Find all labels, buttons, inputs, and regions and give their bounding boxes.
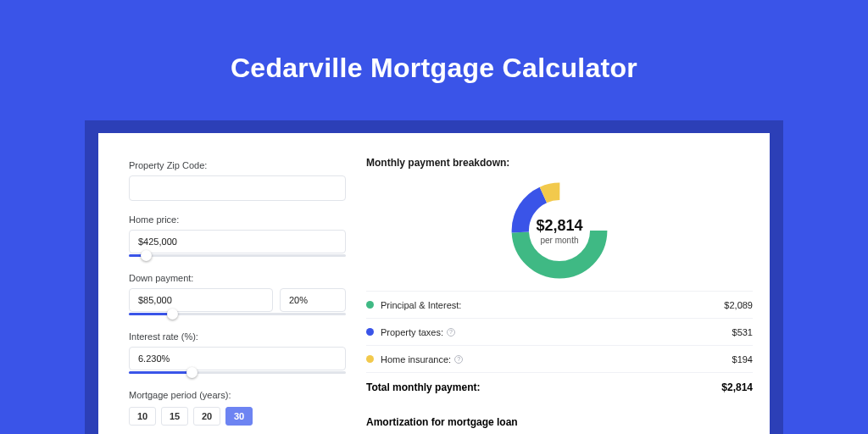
home-price-label: Home price: <box>129 214 346 225</box>
page-title: Cedarville Mortgage Calculator <box>0 0 868 84</box>
dot-pt-icon <box>366 328 374 336</box>
period-option-30[interactable]: 30 <box>225 407 253 426</box>
period-option-15[interactable]: 15 <box>161 407 188 426</box>
donut-chart: $2,814 per month <box>366 175 753 286</box>
down-payment-label: Down payment: <box>129 273 346 283</box>
interest-rate-label: Interest rate (%): <box>129 331 346 342</box>
info-icon[interactable]: ? <box>447 328 455 337</box>
donut-center: $2,814 per month <box>536 217 582 245</box>
total-value: $2,814 <box>721 381 753 393</box>
interest-rate-input[interactable] <box>129 347 346 370</box>
dot-hi-icon <box>366 355 374 363</box>
legend-row-hi: Home insurance: ? $194 <box>366 345 753 372</box>
total-label: Total monthly payment: <box>366 381 480 393</box>
down-payment-slider[interactable] <box>129 311 346 323</box>
interest-rate-slider[interactable] <box>129 370 346 381</box>
amortization-section: Amortization for mortgage loan Amortizat… <box>366 416 753 434</box>
dot-pi-icon <box>366 301 374 309</box>
total-row: Total monthly payment: $2,814 <box>366 372 753 401</box>
period-option-10[interactable]: 10 <box>129 407 156 426</box>
home-price-input[interactable] <box>129 230 346 253</box>
zip-label: Property Zip Code: <box>129 160 346 170</box>
breakdown-title: Monthly payment breakdown: <box>366 157 753 169</box>
legend-val-pt: $531 <box>732 327 753 337</box>
legend-label-hi: Home insurance: <box>381 354 451 364</box>
period-option-20[interactable]: 20 <box>193 407 220 426</box>
zip-input[interactable] <box>129 175 346 201</box>
legend-label-pt: Property taxes: <box>381 327 443 337</box>
breakdown-column: Monthly payment breakdown: $2,814 per mo… <box>366 157 753 434</box>
down-payment-amount-input[interactable] <box>129 288 273 312</box>
legend-val-pi: $2,089 <box>724 300 753 310</box>
calculator-card: Property Zip Code: Home price: Down paym… <box>98 133 770 434</box>
donut-amount: $2,814 <box>536 217 582 235</box>
period-label: Mortgage period (years): <box>129 390 346 400</box>
info-icon[interactable]: ? <box>454 355 463 364</box>
inputs-column: Property Zip Code: Home price: Down paym… <box>129 157 346 434</box>
amortization-title: Amortization for mortgage loan <box>366 416 753 428</box>
home-price-slider[interactable] <box>129 253 346 264</box>
period-options: 10 15 20 30 <box>129 407 346 426</box>
legend-row-pi: Principal & Interest: $2,089 <box>366 291 753 318</box>
down-payment-percent-input[interactable] <box>280 288 346 312</box>
legend-val-hi: $194 <box>732 354 753 364</box>
legend-row-pt: Property taxes: ? $531 <box>366 318 753 345</box>
page-background: Cedarville Mortgage Calculator Property … <box>0 0 868 434</box>
legend-label-pi: Principal & Interest: <box>381 300 461 310</box>
donut-sub: per month <box>536 236 582 245</box>
